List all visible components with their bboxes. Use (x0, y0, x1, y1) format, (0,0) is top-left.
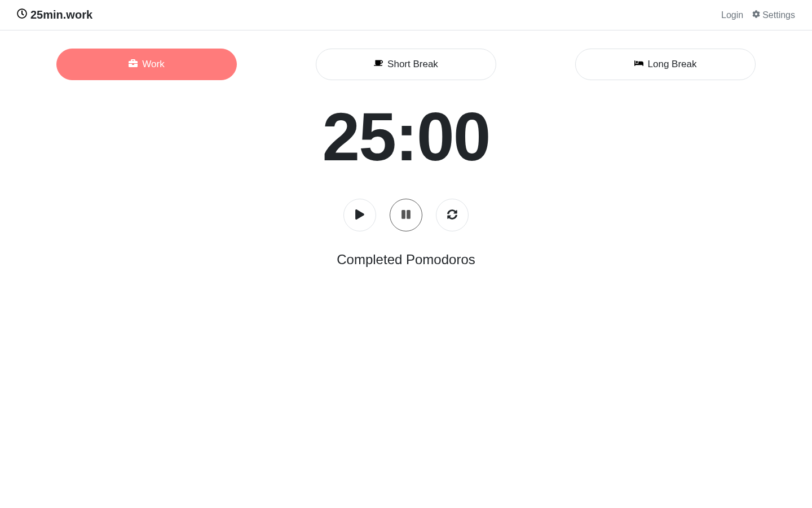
play-icon (355, 209, 365, 221)
tab-long-break-label: Long Break (648, 59, 697, 70)
navbar: 25min.work Login Settings (0, 0, 812, 30)
pause-button[interactable] (390, 199, 422, 231)
main-container: Work Short Break Long Break 25:00 (34, 30, 778, 268)
mode-tabs: Work Short Break Long Break (56, 49, 756, 80)
tab-short-break[interactable]: Short Break (316, 49, 496, 80)
reset-button[interactable] (436, 199, 469, 231)
brand[interactable]: 25min.work (17, 8, 92, 21)
pause-icon (401, 209, 411, 221)
completed-heading: Completed Pomodoros (56, 252, 756, 268)
coffee-icon (374, 59, 383, 71)
settings-label: Settings (762, 10, 795, 20)
settings-link[interactable]: Settings (752, 10, 795, 20)
clock-icon (17, 8, 27, 21)
timer-display: 25:00 (56, 103, 756, 170)
brand-text: 25min.work (30, 8, 92, 21)
timer-controls (56, 199, 756, 231)
nav-right: Login Settings (721, 10, 795, 20)
tab-short-break-label: Short Break (387, 59, 438, 70)
login-link[interactable]: Login (721, 10, 743, 20)
briefcase-icon (129, 59, 138, 71)
tab-work[interactable]: Work (56, 49, 237, 80)
tab-work-label: Work (142, 59, 164, 70)
refresh-icon (447, 209, 457, 221)
bed-icon (634, 59, 643, 71)
login-label: Login (721, 10, 743, 20)
play-button[interactable] (343, 199, 376, 231)
gear-icon (752, 10, 760, 20)
tab-long-break[interactable]: Long Break (575, 49, 756, 80)
